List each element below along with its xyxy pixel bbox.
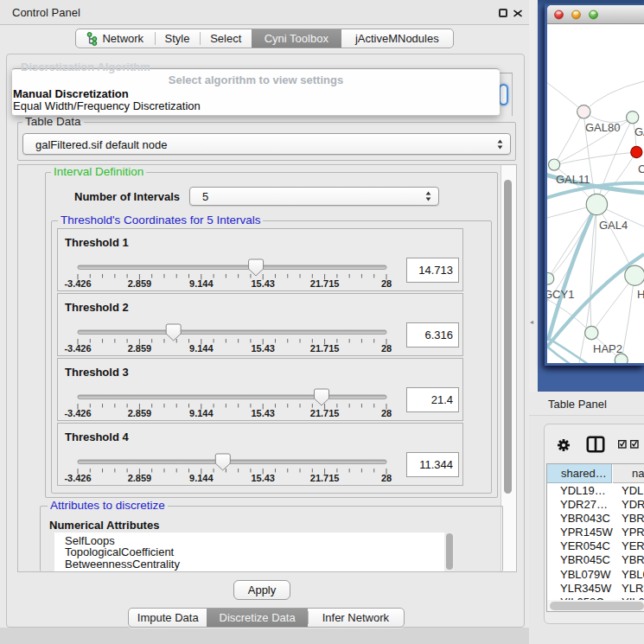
svg-text:HAP2: HAP2 (593, 342, 622, 355)
svg-text:GAL11: GAL11 (556, 173, 590, 186)
svg-text:C: C (638, 163, 644, 175)
svg-text:GCY1: GCY1 (547, 288, 574, 301)
svg-text:GAL80: GAL80 (585, 121, 620, 134)
svg-text:GAL4: GAL4 (599, 219, 628, 232)
svg-text:H: H (637, 288, 644, 301)
svg-text:GA: GA (634, 125, 644, 138)
